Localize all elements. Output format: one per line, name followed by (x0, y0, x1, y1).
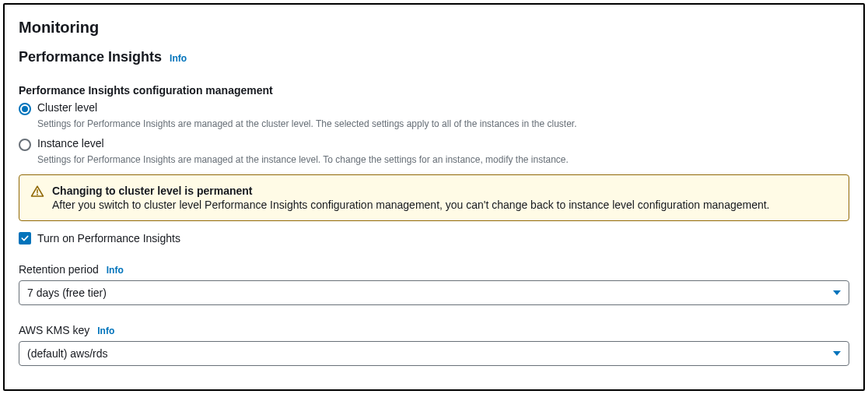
chevron-down-icon (833, 290, 841, 295)
radio-instance-level-block: Instance level Settings for Performance … (19, 137, 849, 165)
enable-pi-label: Turn on Performance Insights (37, 232, 180, 244)
radio-cluster-level-block: Cluster level Settings for Performance I… (19, 101, 849, 129)
kms-block: AWS KMS key Info (default) aws/rds (19, 324, 849, 366)
retention-block: Retention period Info 7 days (free tier) (19, 263, 849, 305)
config-mgmt-label: Performance Insights configuration manag… (19, 84, 849, 97)
radio-instance-level-desc: Settings for Performance Insights are ma… (37, 154, 849, 165)
radio-instance-level-label: Instance level (37, 137, 104, 150)
enable-pi-checkbox[interactable] (19, 232, 31, 244)
warning-icon (30, 185, 44, 199)
warning-alert: Changing to cluster level is permanent A… (19, 174, 849, 221)
radio-cluster-level[interactable] (19, 103, 31, 115)
retention-label: Retention period (19, 263, 99, 276)
page-title: Monitoring (19, 19, 849, 37)
section-info-link[interactable]: Info (170, 53, 187, 64)
section-header: Performance Insights Info (19, 49, 849, 65)
kms-info-link[interactable]: Info (97, 325, 114, 336)
radio-cluster-level-label: Cluster level (37, 101, 97, 114)
svg-point-1 (37, 194, 38, 195)
alert-title: Changing to cluster level is permanent (52, 185, 770, 197)
retention-info-link[interactable]: Info (107, 265, 124, 276)
retention-select[interactable]: 7 days (free tier) (19, 280, 849, 305)
alert-text: After you switch to cluster level Perfor… (52, 199, 770, 211)
kms-label: AWS KMS key (19, 324, 89, 336)
kms-value: (default) aws/rds (27, 347, 107, 360)
radio-cluster-level-desc: Settings for Performance Insights are ma… (37, 118, 849, 129)
radio-instance-level[interactable] (19, 139, 31, 151)
monitoring-panel: Monitoring Performance Insights Info Per… (3, 3, 865, 391)
section-title: Performance Insights (19, 49, 162, 65)
kms-select[interactable]: (default) aws/rds (19, 341, 849, 366)
enable-pi-row: Turn on Performance Insights (19, 232, 849, 244)
chevron-down-icon (833, 351, 841, 356)
retention-value: 7 days (free tier) (27, 287, 107, 299)
